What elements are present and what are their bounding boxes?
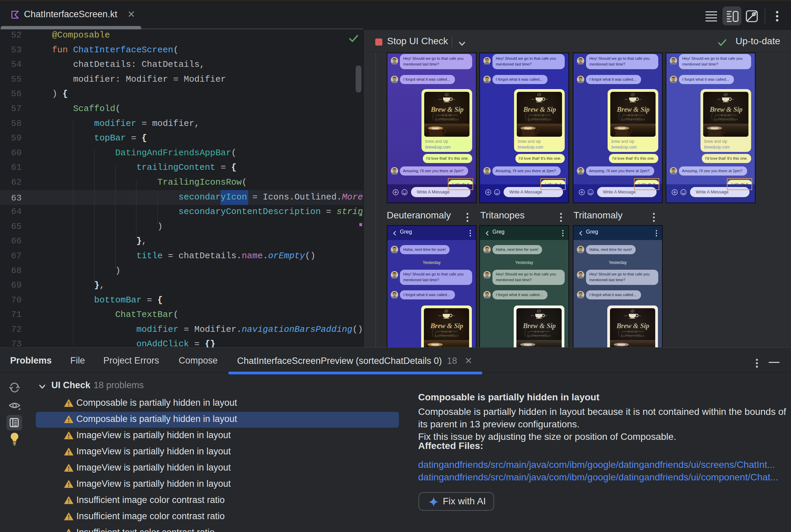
svg-text:OHID: OHID <box>442 330 452 333</box>
svg-text:OHID: OHID <box>442 114 452 117</box>
svg-text:COFFEETCHSIDY: COFFEETCHSIDY <box>435 335 459 337</box>
svg-text:OHID: OHID <box>534 330 545 333</box>
svg-text:OHID: OHID <box>721 114 731 117</box>
svg-text:OHID: OHID <box>535 114 545 117</box>
svg-text:COFFEETCHSIDY: COFFEETCHSIDY <box>435 118 459 121</box>
svg-text:COFFEETCHSIDY: COFFEETCHSIDY <box>528 118 552 121</box>
svg-text:COFFEETCHSIDY: COFFEETCHSIDY <box>621 118 645 121</box>
svg-text:COFFEETCHSIDY: COFFEETCHSIDY <box>527 335 551 337</box>
svg-text:OHID: OHID <box>628 330 638 333</box>
svg-text:OHID: OHID <box>628 114 638 117</box>
svg-text:COFFEETCHSIDY: COFFEETCHSIDY <box>621 335 645 337</box>
svg-text:COFFEETCHSIDY: COFFEETCHSIDY <box>714 118 738 121</box>
